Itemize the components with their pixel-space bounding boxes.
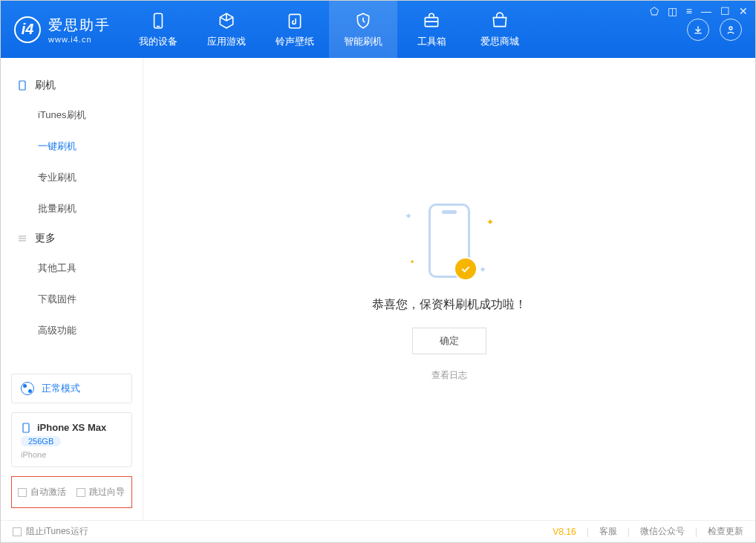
tab-label: 工具箱 bbox=[417, 35, 446, 48]
checkbox-label: 自动激活 bbox=[30, 486, 66, 498]
checkbox-icon bbox=[76, 488, 85, 497]
svg-point-4 bbox=[729, 27, 732, 30]
mode-icon bbox=[21, 382, 34, 395]
group-title: 更多 bbox=[35, 232, 56, 245]
sparkle-icon: • bbox=[411, 257, 414, 267]
device-storage: 256GB bbox=[21, 436, 61, 446]
divider: | bbox=[628, 527, 630, 537]
tab-label: 我的设备 bbox=[139, 35, 177, 48]
lock-icon[interactable]: ◫ bbox=[668, 5, 677, 17]
group-more[interactable]: 更多 bbox=[1, 224, 143, 253]
toolbox-icon bbox=[422, 11, 441, 30]
sidebar-item-advanced[interactable]: 高级功能 bbox=[1, 315, 143, 346]
sidebar-item-download-firmware[interactable]: 下载固件 bbox=[1, 284, 143, 315]
download-button[interactable] bbox=[687, 19, 709, 41]
device-type: iPhone bbox=[21, 450, 123, 459]
divider: | bbox=[587, 527, 589, 537]
svg-rect-2 bbox=[289, 14, 300, 27]
checkbox-icon bbox=[13, 527, 22, 536]
logo-icon: i4 bbox=[14, 16, 41, 43]
version-label: V8.16 bbox=[553, 527, 576, 537]
checkbox-skip-guide[interactable]: 跳过向导 bbox=[76, 486, 125, 498]
music-icon bbox=[285, 11, 304, 30]
view-log-link[interactable]: 查看日志 bbox=[431, 369, 467, 382]
success-message: 恭喜您，保资料刷机成功啦！ bbox=[372, 297, 527, 313]
sidebar: 刷机 iTunes刷机 一键刷机 专业刷机 批量刷机 更多 其他工具 下载固件 … bbox=[1, 58, 143, 520]
device-card[interactable]: iPhone XS Max 256GB iPhone bbox=[11, 412, 132, 467]
menu-icon[interactable]: ≡ bbox=[686, 5, 692, 17]
shield-icon bbox=[353, 11, 373, 30]
sidebar-item-pro-flash[interactable]: 专业刷机 bbox=[1, 162, 143, 193]
group-flash[interactable]: 刷机 bbox=[1, 71, 143, 100]
cube-icon bbox=[217, 11, 236, 30]
checkbox-auto-activate[interactable]: 自动激活 bbox=[18, 486, 66, 498]
window-controls: ⬠ ◫ ≡ — ☐ ✕ bbox=[650, 5, 748, 17]
tab-label: 应用游戏 bbox=[207, 35, 246, 48]
footer-link-wechat[interactable]: 微信公众号 bbox=[640, 525, 685, 538]
user-button[interactable] bbox=[720, 19, 742, 41]
checkbox-label: 阻止iTunes运行 bbox=[26, 525, 88, 538]
mode-label: 正常模式 bbox=[42, 382, 80, 395]
close-button[interactable]: ✕ bbox=[739, 5, 748, 17]
shirt-icon[interactable]: ⬠ bbox=[650, 5, 659, 17]
main-tabs: 我的设备 应用游戏 铃声壁纸 智能刷机 工具箱 爱思商城 bbox=[124, 1, 687, 58]
app-url: www.i4.cn bbox=[48, 35, 111, 44]
device-icon bbox=[149, 11, 168, 30]
checkbox-icon bbox=[18, 488, 27, 497]
device-name: iPhone XS Max bbox=[37, 422, 106, 433]
footer-link-update[interactable]: 检查更新 bbox=[708, 525, 743, 538]
success-illustration: ✦ ✦ • ✦ bbox=[390, 196, 509, 285]
tab-label: 铃声壁纸 bbox=[276, 35, 314, 48]
tab-my-device[interactable]: 我的设备 bbox=[124, 1, 192, 58]
phone-icon bbox=[17, 80, 27, 91]
logo: i4 爱思助手 www.i4.cn bbox=[1, 1, 124, 58]
tab-flash[interactable]: 智能刷机 bbox=[329, 1, 397, 58]
success-badge-icon bbox=[454, 257, 478, 281]
checkbox-label: 跳过向导 bbox=[89, 486, 125, 498]
sidebar-item-oneclick-flash[interactable]: 一键刷机 bbox=[1, 131, 143, 162]
sparkle-icon: ✦ bbox=[479, 264, 486, 275]
divider: | bbox=[695, 527, 697, 537]
main-content: ✦ ✦ • ✦ 恭喜您，保资料刷机成功啦！ 确定 查看日志 bbox=[143, 58, 755, 520]
app-header: i4 爱思助手 www.i4.cn 我的设备 应用游戏 铃声壁纸 智能刷机 工具… bbox=[1, 1, 755, 58]
mode-card[interactable]: 正常模式 bbox=[11, 374, 132, 403]
list-icon bbox=[17, 233, 27, 244]
tab-label: 爱思商城 bbox=[480, 35, 519, 48]
sidebar-item-other-tools[interactable]: 其他工具 bbox=[1, 253, 143, 284]
tab-toolbox[interactable]: 工具箱 bbox=[397, 1, 466, 58]
store-icon bbox=[490, 11, 509, 30]
group-title: 刷机 bbox=[35, 79, 56, 92]
tab-store[interactable]: 爱思商城 bbox=[466, 1, 534, 58]
options-box: 自动激活 跳过向导 bbox=[11, 476, 132, 508]
device-phone-icon bbox=[21, 423, 31, 433]
footer: 阻止iTunes运行 V8.16 | 客服 | 微信公众号 | 检查更新 bbox=[1, 520, 755, 542]
sidebar-item-batch-flash[interactable]: 批量刷机 bbox=[1, 193, 143, 224]
minimize-button[interactable]: — bbox=[701, 5, 711, 17]
svg-rect-5 bbox=[19, 81, 25, 90]
sidebar-item-itunes-flash[interactable]: iTunes刷机 bbox=[1, 100, 143, 131]
ok-button[interactable]: 确定 bbox=[412, 328, 486, 354]
sparkle-icon: ✦ bbox=[486, 217, 494, 227]
tab-apps[interactable]: 应用游戏 bbox=[192, 1, 261, 58]
tab-ringtones[interactable]: 铃声壁纸 bbox=[261, 1, 329, 58]
app-title: 爱思助手 bbox=[48, 16, 111, 35]
checkbox-block-itunes[interactable]: 阻止iTunes运行 bbox=[13, 525, 88, 538]
sparkle-icon: ✦ bbox=[405, 211, 412, 221]
maximize-button[interactable]: ☐ bbox=[720, 5, 730, 17]
svg-rect-9 bbox=[23, 423, 29, 432]
tab-label: 智能刷机 bbox=[344, 35, 382, 48]
footer-link-service[interactable]: 客服 bbox=[599, 525, 617, 538]
